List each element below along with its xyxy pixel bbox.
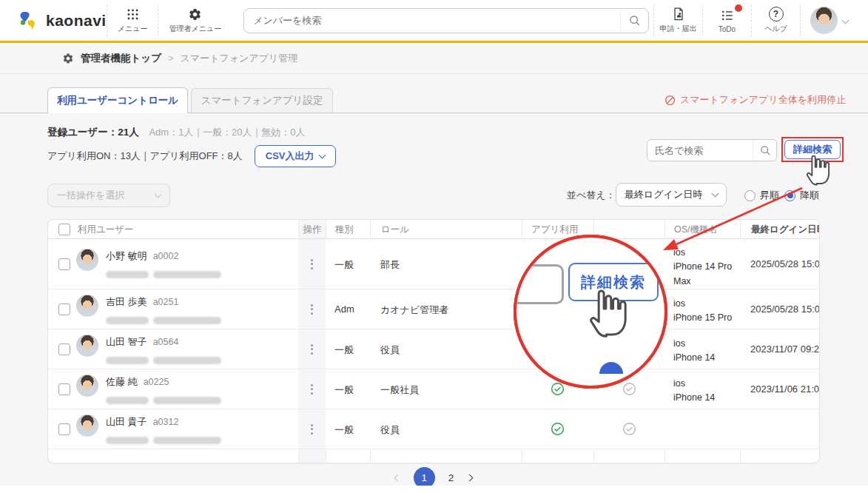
asc-label: 昇順	[760, 189, 779, 202]
cursor-hand-icon	[806, 153, 834, 186]
tab-app-settings[interactable]: スマートフォンアプリ設定	[191, 88, 333, 113]
breadcrumb-root-link[interactable]: 管理者機能トップ	[81, 52, 161, 65]
member-search-button[interactable]	[620, 9, 648, 33]
table-row: 吉田 歩美a0251 Adm カオナビ管理者 iosiPhone 15 Pro …	[48, 289, 819, 329]
todo-list-icon	[720, 8, 735, 23]
bulk-action-select[interactable]: 一括操作を選択	[47, 184, 170, 207]
grid-menu-icon	[126, 7, 140, 21]
chevron-down-icon	[155, 191, 162, 198]
member-type: 一般	[334, 383, 354, 397]
app-usage-stats: アプリ利用ON：13人｜アプリ利用OFF：8人 CSV入出力	[47, 145, 336, 167]
row-actions-menu[interactable]	[298, 239, 326, 289]
prev-page-button[interactable]	[394, 474, 401, 481]
table-row: 小野 敏明a0002 一般 部長 iosiPhone 14 Pro Max 20…	[48, 239, 819, 289]
row-actions-menu[interactable]	[298, 409, 326, 449]
help-button[interactable]: ? ヘルプ	[751, 5, 800, 36]
request-submit-button[interactable]: 申請・届出	[653, 5, 702, 36]
name-search-box	[647, 139, 777, 161]
gear-icon	[188, 7, 202, 21]
todo-button[interactable]: ToDo	[702, 5, 751, 36]
bulk-action-placeholder: 一括操作を選択	[57, 189, 124, 202]
row-actions-menu[interactable]	[298, 289, 326, 329]
member-type: 一般	[334, 343, 354, 357]
app-enabled-icon	[551, 422, 565, 436]
member-type: 一般	[334, 423, 354, 437]
device-name: iPhone 14	[673, 392, 715, 403]
page-2-button[interactable]: 2	[448, 472, 454, 483]
row-actions-menu[interactable]	[298, 329, 326, 369]
select-all-checkbox[interactable]	[58, 224, 70, 235]
masked-text	[153, 317, 221, 324]
row-checkbox[interactable]	[58, 258, 70, 270]
status-check-gray-icon	[622, 422, 636, 436]
todo-notification-dot	[735, 4, 742, 12]
menu-label: メニュー	[118, 24, 148, 34]
os-name: ios	[673, 378, 685, 389]
member-id: a0312	[153, 417, 179, 427]
name-search-button[interactable]	[753, 140, 776, 161]
sort-selected-value: 最終ログイン日時	[625, 188, 702, 201]
bottom-strip	[0, 486, 868, 493]
next-page-button[interactable]	[466, 474, 474, 481]
sort-asc-radio[interactable]: 昇順	[744, 184, 779, 207]
table-header: 利用ユーザー 操作 種別 ロール アプリ利用 OS/機種名 最終ログイン日時	[48, 220, 819, 239]
member-name: 山田 智子	[106, 336, 147, 347]
member-avatar[interactable]	[76, 375, 98, 397]
desc-label: 降順	[800, 189, 819, 202]
todo-label: ToDo	[719, 25, 736, 33]
row-checkbox[interactable]	[58, 383, 70, 395]
col-os: OS/機種名	[665, 220, 740, 239]
account-menu[interactable]	[800, 5, 858, 36]
member-avatar[interactable]	[76, 415, 98, 437]
sort-desc-radio[interactable]: 降順	[784, 184, 819, 207]
row-checkbox[interactable]	[58, 343, 70, 355]
status-check-gray-icon	[622, 382, 636, 396]
member-search-input[interactable]	[244, 15, 620, 26]
masked-text	[153, 271, 221, 278]
sort-select[interactable]: 最終ログイン日時	[616, 183, 727, 207]
kaonavi-logo[interactable]: kaonavi	[18, 10, 107, 32]
col-last-login: 最終ログイン日時	[740, 220, 820, 239]
member-avatar[interactable]	[76, 335, 98, 357]
member-type: 一般	[334, 258, 354, 272]
admin-menu-button[interactable]: 管理者メニュー	[158, 5, 232, 36]
admin-menu-label: 管理者メニュー	[169, 24, 221, 34]
sort-label: 並べ替え：	[567, 184, 616, 207]
col-action: 操作	[298, 220, 326, 239]
device-name: iPhone 15 Pro	[673, 312, 732, 323]
masked-text	[106, 397, 149, 404]
magnified-radio-fragment	[599, 362, 623, 374]
request-document-icon	[671, 7, 686, 21]
masked-text	[106, 437, 149, 444]
menu-button[interactable]: メニュー	[107, 5, 158, 36]
member-id: a0225	[144, 377, 169, 387]
masked-text	[106, 271, 149, 278]
row-checkbox[interactable]	[58, 423, 70, 435]
col-user: 利用ユーザー	[78, 220, 134, 239]
name-search-input[interactable]	[647, 145, 753, 156]
radio-unchecked-icon	[744, 190, 756, 201]
os-name: ios	[673, 247, 685, 258]
stop-all-app-link[interactable]: スマートフォンアプリ全体を利用停止	[665, 87, 846, 113]
member-id: a0002	[153, 251, 179, 261]
kaonavi-logo-icon	[18, 10, 40, 32]
breadcrumb-current: スマートフォンアプリ管理	[181, 52, 298, 65]
row-checkbox[interactable]	[58, 303, 70, 315]
masked-text	[106, 357, 149, 364]
member-avatar[interactable]	[76, 249, 98, 271]
app-enabled-icon	[551, 382, 565, 396]
row-actions-menu[interactable]	[298, 369, 326, 409]
stop-all-app-label: スマートフォンアプリ全体を利用停止	[680, 93, 846, 107]
breadcrumb: 管理者機能トップ > スマートフォンアプリ管理	[0, 43, 868, 74]
user-avatar	[810, 7, 838, 34]
request-label: 申請・届出	[660, 24, 697, 34]
csv-import-export-button[interactable]: CSV入出力	[255, 145, 337, 167]
annotation-zoom-circle: 詳細検索	[514, 235, 667, 389]
prohibit-icon	[665, 95, 676, 106]
tab-user-control[interactable]: 利用ユーザーコントロール	[47, 87, 188, 113]
admin-gear-icon	[62, 53, 74, 64]
member-role: カオナビ管理者	[380, 303, 448, 317]
member-avatar[interactable]	[76, 295, 98, 317]
breadcrumb-separator: >	[168, 53, 174, 64]
registered-users-stats: 登録ユーザー：21人 Adm：1人｜一般：20人｜無効：0人	[47, 126, 306, 139]
